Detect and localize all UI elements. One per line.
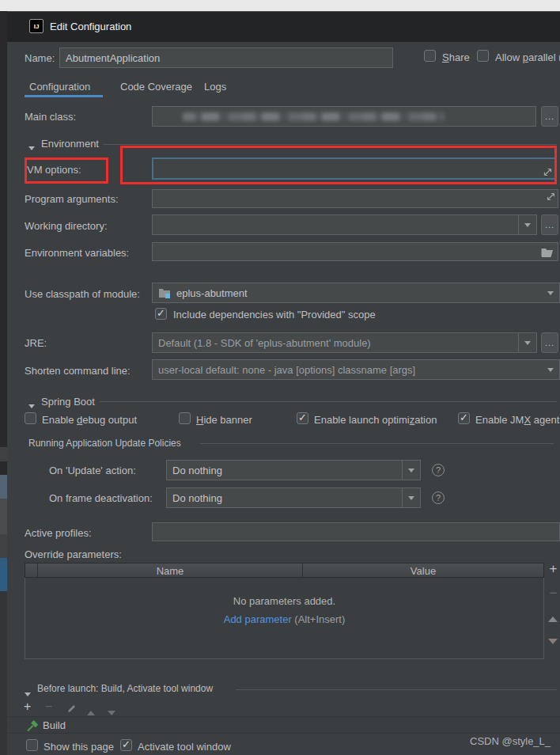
help-icon[interactable]: ? (432, 491, 445, 504)
tab-logs[interactable]: Logs (204, 81, 226, 93)
desktop-strip (0, 0, 560, 11)
spring-boot-section-label[interactable]: Spring Boot (41, 396, 95, 408)
include-provided-label[interactable]: Include dependencies with "Provided" sco… (173, 309, 376, 321)
use-classpath-combo[interactable]: eplus-abutment (152, 283, 560, 303)
remove-task-icon[interactable]: − (45, 700, 58, 714)
on-update-action-combo[interactable]: Do nothing (166, 460, 421, 480)
show-this-page-checkbox[interactable] (26, 739, 38, 751)
remove-row-icon[interactable]: − (547, 586, 560, 601)
enable-launch-optimization-label[interactable]: Enable launch optimization (314, 414, 437, 426)
bg-strip-segment (0, 591, 7, 755)
on-frame-deactivation-combo[interactable]: Do nothing (166, 488, 421, 508)
on-frame-deactivation-value: Do nothing (167, 492, 222, 504)
name-label: Name: (25, 52, 55, 64)
working-directory-combo[interactable] (152, 214, 537, 235)
add-parameter-link[interactable]: Add parameter (224, 613, 292, 625)
annotation-red-box-label (25, 157, 108, 184)
help-icon[interactable]: ? (432, 464, 445, 476)
bg-strip-segment (0, 447, 7, 461)
active-profiles-input[interactable] (152, 522, 560, 541)
column-header-name[interactable]: Name (38, 563, 303, 577)
section-divider (103, 144, 557, 145)
move-down-icon[interactable] (548, 635, 558, 647)
use-classpath-value: eplus-abutment (171, 287, 248, 299)
add-parameter-shortcut: (Alt+Insert) (294, 613, 345, 625)
bg-strip-segment (0, 475, 7, 499)
section-divider (100, 401, 557, 402)
folder-icon[interactable] (541, 247, 554, 257)
move-up-icon[interactable] (548, 613, 558, 624)
main-class-label: Main class: (25, 111, 76, 123)
active-profiles-label: Active profiles: (25, 527, 92, 539)
on-frame-deactivation-label: On frame deactivation: (49, 492, 153, 504)
name-input[interactable]: AbutmentApplication (59, 47, 393, 68)
environment-section-label[interactable]: Environment (41, 138, 99, 150)
enable-launch-optimization-checkbox[interactable] (297, 412, 308, 424)
edit-pencil-icon[interactable] (66, 704, 77, 714)
on-update-action-label: On 'Update' action: (49, 465, 136, 476)
bg-strip-segment (0, 534, 7, 558)
bg-strip-segment (0, 558, 7, 591)
chevron-down-icon[interactable] (518, 333, 536, 352)
program-arguments-input[interactable] (152, 189, 558, 208)
name-value: AbutmentApplication (60, 48, 392, 64)
before-launch-collapse-icon[interactable] (25, 687, 31, 699)
hide-banner-checkbox[interactable] (179, 412, 191, 424)
shorten-command-line-combo[interactable]: user-local default: none - java [options… (152, 359, 560, 380)
environment-variables-label: Environment variables: (25, 247, 129, 259)
add-task-icon[interactable]: + (24, 700, 36, 714)
allow-parallel-label[interactable]: Allow parallel r (495, 51, 560, 63)
empty-table-text: No parameters added. (25, 595, 543, 607)
shorten-command-line-value: user-local default: none - java [options… (153, 364, 415, 376)
main-class-input[interactable] (152, 106, 536, 127)
intellij-idea-icon: IJ (29, 19, 44, 33)
share-checkbox[interactable] (424, 50, 436, 62)
tab-configuration[interactable]: Configuration (29, 81, 90, 93)
main-class-browse-button[interactable]: ... (541, 106, 558, 127)
dialog-title: Edit Configuration (50, 21, 131, 32)
parameters-table-body[interactable]: No parameters added. Add parameter (Alt+… (25, 578, 544, 659)
activate-tool-window-label[interactable]: Activate tool window (138, 741, 231, 753)
parameters-table-header: Name Value (25, 563, 544, 578)
enable-debug-output-label[interactable]: Enable debug output (42, 414, 137, 426)
background-window-strip (0, 11, 7, 755)
working-directory-label: Working directory: (25, 220, 108, 232)
jre-label: JRE: (25, 337, 47, 349)
expand-icon[interactable] (547, 192, 555, 201)
include-provided-checkbox[interactable] (155, 308, 167, 320)
task-label: Build (43, 719, 66, 731)
hide-banner-label[interactable]: Hide banner (196, 414, 252, 426)
working-directory-browse-button[interactable]: ... (541, 214, 558, 235)
program-arguments-label: Program arguments: (25, 193, 119, 205)
add-parameter-row: Add parameter (Alt+Insert) (25, 613, 543, 625)
edit-configuration-dialog: IJ Edit Configuration Name: AbutmentAppl… (0, 0, 560, 755)
add-row-icon[interactable]: + (547, 561, 560, 577)
allow-parallel-checkbox[interactable] (477, 50, 489, 62)
show-this-page-label[interactable]: Show this page (44, 741, 114, 753)
environment-variables-input[interactable] (152, 242, 558, 261)
enable-jmx-agent-label[interactable]: Enable JMX agent (475, 414, 559, 426)
chevron-down-icon[interactable] (542, 360, 559, 379)
enable-jmx-agent-checkbox[interactable] (458, 412, 470, 424)
bg-strip-segment (0, 499, 7, 534)
chevron-down-icon[interactable] (518, 215, 536, 234)
annotation-red-box-field (120, 146, 557, 184)
jre-combo[interactable]: Default (1.8 - SDK of 'eplus-abutment' m… (152, 332, 537, 353)
watermark: CSDN @style_L_ (470, 735, 551, 747)
chevron-down-icon[interactable] (542, 283, 559, 302)
before-launch-label[interactable]: Before launch: Build, Activate tool wind… (37, 683, 213, 694)
section-divider (236, 689, 557, 690)
jre-value: Default (1.8 - SDK of 'eplus-abutment' m… (153, 337, 371, 349)
chevron-down-icon[interactable] (402, 461, 420, 480)
tab-code-coverage[interactable]: Code Coverage (120, 81, 192, 93)
spring-boot-collapse-icon[interactable] (28, 399, 35, 411)
task-row-build[interactable]: Build (7, 716, 560, 734)
activate-tool-window-checkbox[interactable] (120, 739, 132, 751)
jre-browse-button[interactable]: ... (541, 332, 558, 353)
column-header-value[interactable]: Value (303, 563, 543, 577)
environment-collapse-icon[interactable] (28, 141, 35, 153)
chevron-down-icon[interactable] (402, 488, 420, 507)
share-label[interactable]: Share (442, 51, 470, 63)
enable-debug-output-checkbox[interactable] (25, 412, 36, 424)
active-tab-underline (25, 95, 103, 97)
